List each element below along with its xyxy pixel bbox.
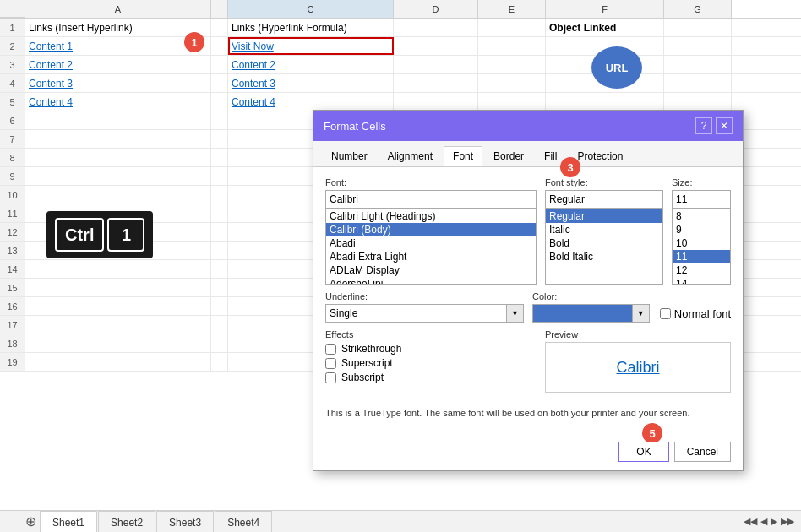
cell-f1[interactable]: Object Linked: [546, 19, 664, 36]
style-bold-italic[interactable]: Bold Italic: [546, 250, 662, 263]
cell-c3[interactable]: Content 2: [228, 56, 394, 73]
cell-a3[interactable]: Content 2: [25, 56, 211, 73]
font-list-item[interactable]: Calibri Light (Headings): [326, 209, 536, 223]
tab-border[interactable]: Border: [484, 146, 533, 166]
sheet-tab-sheet4[interactable]: Sheet4: [215, 511, 272, 533]
col-header-a[interactable]: A: [25, 0, 211, 18]
dialog-help-button[interactable]: ?: [695, 117, 712, 134]
font-list-item[interactable]: Abadi: [326, 236, 536, 250]
size-input[interactable]: [672, 190, 731, 209]
size-8[interactable]: 8: [673, 209, 730, 223]
cell-d1[interactable]: [394, 19, 478, 36]
cell-e4[interactable]: [478, 74, 546, 92]
add-sheet-button[interactable]: ⊕: [25, 513, 36, 529]
cell-c5[interactable]: Content 4: [228, 93, 394, 111]
underline-select[interactable]: Single Double None: [326, 305, 506, 322]
cell-c2[interactable]: Visit Now: [228, 37, 394, 55]
link-content3c[interactable]: Content 3: [232, 78, 275, 90]
row-number: 3: [0, 56, 25, 73]
link-visitnow[interactable]: Visit Now: [232, 41, 274, 52]
size-11[interactable]: 11: [673, 250, 730, 263]
underline-dropdown-arrow[interactable]: ▼: [506, 305, 523, 322]
subscript-checkbox[interactable]: [325, 372, 336, 383]
cell-c1[interactable]: Links (Hyperlink Formula): [228, 19, 394, 36]
tab-number[interactable]: Number: [322, 146, 377, 166]
cell-a4[interactable]: Content 3: [25, 74, 211, 92]
font-list-item[interactable]: AdorshoLipi: [326, 277, 536, 285]
style-italic[interactable]: Italic: [546, 223, 662, 236]
font-list-item[interactable]: Abadi Extra Light: [326, 250, 536, 263]
cell-g5[interactable]: [664, 93, 732, 111]
cell-b1[interactable]: [211, 19, 228, 36]
style-bold[interactable]: Bold: [546, 236, 662, 250]
cell-b4[interactable]: [211, 74, 228, 92]
link-content4a[interactable]: Content 4: [29, 96, 73, 108]
size-12[interactable]: 12: [673, 263, 730, 277]
strikethrough-checkbox[interactable]: [325, 344, 336, 355]
font-input[interactable]: [325, 190, 537, 209]
sheet-tab-sheet1[interactable]: Sheet1: [40, 511, 97, 532]
size-10[interactable]: 10: [673, 236, 730, 250]
col-header-e[interactable]: E: [478, 0, 546, 18]
nav-right[interactable]: ▶: [771, 516, 777, 527]
sheet-tab-sheet3[interactable]: Sheet3: [156, 511, 214, 533]
cell-d2[interactable]: [394, 37, 478, 55]
cell-e2[interactable]: [478, 37, 546, 55]
normal-font-checkbox[interactable]: [660, 308, 671, 319]
link-content3a[interactable]: Content 3: [29, 78, 73, 90]
cell-b3[interactable]: [211, 56, 228, 73]
font-list-item-selected[interactable]: Calibri (Body): [326, 223, 536, 236]
col-header-d[interactable]: D: [394, 0, 478, 18]
cell-c4[interactable]: Content 3: [228, 74, 394, 92]
cell-g1[interactable]: [664, 19, 732, 36]
link-content2c[interactable]: Content 2: [232, 59, 275, 71]
font-style-label: Font style:: [545, 177, 663, 187]
cell-b5[interactable]: [211, 93, 228, 111]
dialog-close-button[interactable]: ✕: [716, 117, 733, 134]
link-content1[interactable]: Content 1: [29, 41, 73, 52]
col-header-g[interactable]: G: [664, 0, 732, 18]
superscript-checkbox[interactable]: [325, 358, 336, 369]
cell-g3[interactable]: [664, 56, 732, 73]
tab-font[interactable]: Font: [444, 146, 482, 166]
col-header-b[interactable]: [211, 0, 228, 18]
link-content2a[interactable]: Content 2: [29, 59, 73, 71]
cancel-button[interactable]: Cancel: [674, 442, 731, 462]
size-list[interactable]: 8 9 10 11 12 14: [672, 209, 731, 285]
cell-e1[interactable]: [478, 19, 546, 36]
cell-a1[interactable]: Links (Insert Hyperlink): [25, 19, 211, 36]
cell-e5[interactable]: [478, 93, 546, 111]
cell-g2[interactable]: [664, 37, 732, 55]
color-selector[interactable]: ▼: [532, 304, 650, 323]
font-list[interactable]: Calibri Light (Headings) Calibri (Body) …: [325, 209, 537, 285]
nav-right-right[interactable]: ▶▶: [781, 516, 794, 527]
cell-d5[interactable]: [394, 93, 478, 111]
style-regular[interactable]: Regular: [546, 209, 662, 223]
cell-g4[interactable]: [664, 74, 732, 92]
url-button[interactable]: URL: [591, 46, 642, 89]
cell-f5[interactable]: [546, 93, 664, 111]
nav-left[interactable]: ◀: [760, 516, 767, 527]
cell-d3[interactable]: [394, 56, 478, 73]
size-14[interactable]: 14: [673, 277, 730, 285]
tab-alignment[interactable]: Alignment: [379, 146, 442, 166]
col-header-f[interactable]: F: [546, 0, 664, 18]
cell-e3[interactable]: [478, 56, 546, 73]
font-list-item[interactable]: ADLaM Display: [326, 263, 536, 277]
ok-button[interactable]: OK: [618, 442, 668, 462]
link-content4c[interactable]: Content 4: [232, 96, 275, 108]
cell-d4[interactable]: [394, 74, 478, 92]
underline-select-wrapper[interactable]: Single Double None ▼: [325, 304, 524, 323]
cell-a5[interactable]: Content 4: [25, 93, 211, 111]
cell-a2[interactable]: Content 1: [25, 37, 211, 55]
superscript-label: Superscript: [341, 357, 393, 369]
nav-left-left[interactable]: ◀◀: [744, 516, 757, 527]
sheet-tab-sheet2[interactable]: Sheet2: [98, 511, 155, 533]
superscript-item: Superscript: [325, 357, 537, 369]
font-style-input[interactable]: [545, 190, 663, 209]
col-header-c[interactable]: C: [228, 0, 394, 18]
cell-b2[interactable]: [211, 37, 228, 55]
font-style-list[interactable]: Regular Italic Bold Bold Italic: [545, 209, 663, 285]
color-dropdown-arrow[interactable]: ▼: [632, 305, 649, 322]
size-9[interactable]: 9: [673, 223, 730, 236]
